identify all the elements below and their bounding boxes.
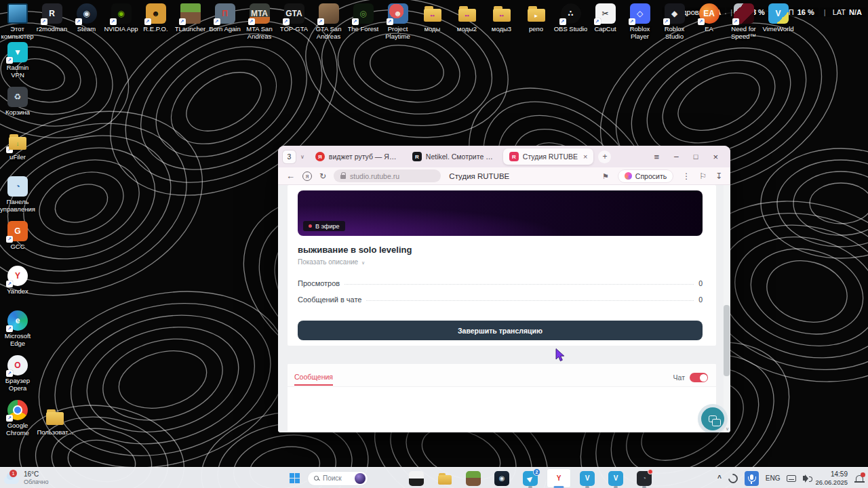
desktop-icon-control-panel[interactable]: ◔ Панель управления: [0, 176, 35, 221]
desktop-icon-gcc[interactable]: G GCC: [0, 221, 35, 266]
microphone-button[interactable]: [745, 471, 759, 486]
weather-widget[interactable]: 1 16°C Облачно: [4, 468, 48, 488]
tab-title: Netikel. Смотрите видео: [426, 152, 496, 161]
taskbar-app-list: ◉ ▶ 2 Y: [404, 468, 656, 488]
back-button[interactable]: [286, 171, 295, 180]
desktop-icon-opera[interactable]: O Браузер Opera: [0, 355, 35, 400]
desktop-icon-r2modman[interactable]: R r2modman: [35, 3, 69, 41]
desktop-icon-born-again[interactable]: Π Born Again: [208, 3, 242, 41]
scrollbar-thumb[interactable]: [724, 305, 730, 376]
chevron-down-icon[interactable]: [300, 154, 304, 160]
desktop-icon-user-folder[interactable]: Пользоват...: [35, 407, 75, 436]
close-button[interactable]: [713, 152, 718, 161]
live-badge: В эфире: [303, 221, 345, 231]
tab-netikel[interactable]: R Netikel. Смотрите видео: [406, 148, 502, 165]
desktop-icon-mods2[interactable]: ▪▪ моды2: [450, 3, 484, 41]
desktop-icon-steam[interactable]: ◉ Steam: [69, 3, 104, 41]
desktop-icon-roblox-studio[interactable]: ◆ Roblox Studio: [657, 3, 692, 41]
desktop-icon-repo-folder[interactable]: ▸ репо: [519, 3, 553, 41]
desktop-icon-obs[interactable]: ∴ OBS Studio: [553, 3, 588, 41]
desktop-icon-yandex[interactable]: Y Yandex: [0, 266, 35, 310]
end-stream-button[interactable]: Завершить трансляцию: [298, 321, 703, 340]
taskbar-icon-explorer[interactable]: [433, 468, 457, 488]
tab-counter-button[interactable]: 3: [283, 150, 296, 163]
more-options-icon[interactable]: [682, 172, 690, 180]
taskbar-icon-glyph: Y: [557, 475, 561, 482]
notifications-bell-icon[interactable]: [856, 475, 863, 482]
desktop-icon-project-playtime[interactable]: ☻ Project Playtime: [380, 3, 415, 41]
microphone-icon: [750, 474, 753, 480]
taskbar-center: Поиск: [286, 468, 656, 488]
chat-fab-button[interactable]: [701, 407, 724, 430]
desktop-icon-top-gta[interactable]: GTA TOP-GTA: [277, 3, 311, 41]
shortcut-badge: [352, 18, 359, 25]
desktop-icon-repo-game[interactable]: ☻ R.E.P.O.: [138, 3, 173, 41]
desktop-icon-ufiler[interactable]: ↓ uFiler: [0, 131, 35, 176]
taskbar-icon-telegram[interactable]: ▶ 2: [518, 468, 542, 488]
taskbar-icon-app[interactable]: [404, 468, 429, 488]
tab-yandex-widget[interactable]: Я виджет рутуб — Яндекс:: [309, 148, 405, 165]
stat-value: 0: [698, 279, 703, 288]
collections-icon[interactable]: [699, 172, 707, 180]
address-bar[interactable]: studio.rutube.ru: [334, 169, 441, 182]
taskbar-icon-vimeworld-2[interactable]: V: [604, 468, 628, 488]
desktop-icon-tlauncher[interactable]: TLauncher: [173, 3, 208, 41]
chat-toggle[interactable]: [690, 373, 708, 382]
live-dot-icon: [309, 224, 312, 228]
desktop-icon-mods1[interactable]: ▪▪ моды: [415, 3, 450, 41]
clock[interactable]: 14:59 26.06.2025: [815, 470, 848, 486]
taskbar-icon-glyph: ▶: [526, 474, 534, 483]
taskbar-icon-yandex-browser[interactable]: Y: [547, 468, 571, 488]
browser-menu-icon[interactable]: [654, 152, 659, 161]
tab-close-icon[interactable]: [583, 152, 587, 161]
minimize-button[interactable]: [674, 152, 679, 161]
desktop-icon-radmin-vpn[interactable]: ▼ Radmin VPN: [0, 42, 35, 87]
icon-label: Need for Speed™ Mo...: [726, 26, 761, 41]
running-indicator: [554, 486, 564, 488]
downloads-icon[interactable]: [715, 172, 722, 180]
start-button[interactable]: [286, 470, 302, 487]
tab-messages[interactable]: Сообщения: [294, 373, 333, 386]
touch-keyboard-icon[interactable]: [787, 475, 796, 482]
desktop-icon-nvidia-app[interactable]: ◉ NVIDIA App: [104, 3, 138, 41]
tray-time: 14:59: [815, 470, 848, 479]
desktop-icon-recycle-bin[interactable]: ♻ Корзина: [0, 87, 35, 131]
desktop-icon-gta-sa[interactable]: GTA San Andreas: [311, 3, 346, 41]
taskbar-icon-vimeworld-1[interactable]: V: [575, 468, 599, 488]
maximize-button[interactable]: [694, 152, 698, 161]
yandex-home-button[interactable]: [302, 171, 312, 181]
speaker-icon[interactable]: [803, 476, 806, 481]
taskbar-icon-dark-app[interactable]: ◔: [632, 468, 656, 488]
desktop-icon-nfs[interactable]: Need for Speed™ Mo...: [726, 3, 761, 41]
desktop-icon-the-forest[interactable]: ◎ The Forest: [346, 3, 380, 41]
language-indicator[interactable]: ENG: [766, 474, 781, 482]
new-tab-button[interactable]: [598, 150, 611, 163]
desktop-icon-roblox-player[interactable]: ◇ Roblox Player: [623, 3, 657, 41]
ask-ai-button[interactable]: Спросить: [618, 169, 673, 183]
bookmark-icon[interactable]: [602, 172, 609, 180]
desktop-icon-ea[interactable]: EA EA: [692, 3, 726, 41]
desktop-icon-vimeworld[interactable]: V VimeWorld: [761, 3, 795, 41]
icon-tile: ▪▪: [492, 3, 512, 24]
scroll-down-icon[interactable]: [726, 426, 729, 432]
icon-tile: O: [7, 355, 28, 375]
desktop-icon-chrome[interactable]: Google Chrome: [0, 400, 35, 445]
shortcut-badge: [6, 415, 13, 422]
tray-app-icon[interactable]: [726, 472, 740, 485]
tab-rutube-studio[interactable]: R Студия RUTUBE: [503, 148, 594, 165]
desktop-icon-capcut[interactable]: ✂ CapCut: [588, 3, 623, 41]
taskbar-icon-steam[interactable]: ◉: [490, 468, 514, 488]
page-content: В эфире выживание в solo leveling Показа…: [278, 185, 730, 432]
hidden-icons-chevron[interactable]: [717, 474, 722, 482]
desktop-icon-edge[interactable]: e Microsoft Edge: [0, 310, 35, 355]
taskbar-icon-minecraft[interactable]: [461, 468, 486, 488]
icon-glyph: ◎: [359, 9, 366, 18]
desktop-icon-mods3[interactable]: ▪▪ моды3: [484, 3, 519, 41]
desktop-icon-mta[interactable]: MTA MTA San Andreas 1.6: [242, 3, 277, 41]
show-description-link[interactable]: Показать описание: [298, 258, 365, 266]
icon-glyph: ▪▪: [430, 13, 434, 19]
taskbar-search[interactable]: Поиск: [307, 471, 368, 486]
desktop-icon-this-pc[interactable]: Этот компьютер: [0, 3, 35, 41]
toolbar-right: Спросить: [602, 169, 722, 183]
refresh-button[interactable]: [319, 172, 326, 180]
